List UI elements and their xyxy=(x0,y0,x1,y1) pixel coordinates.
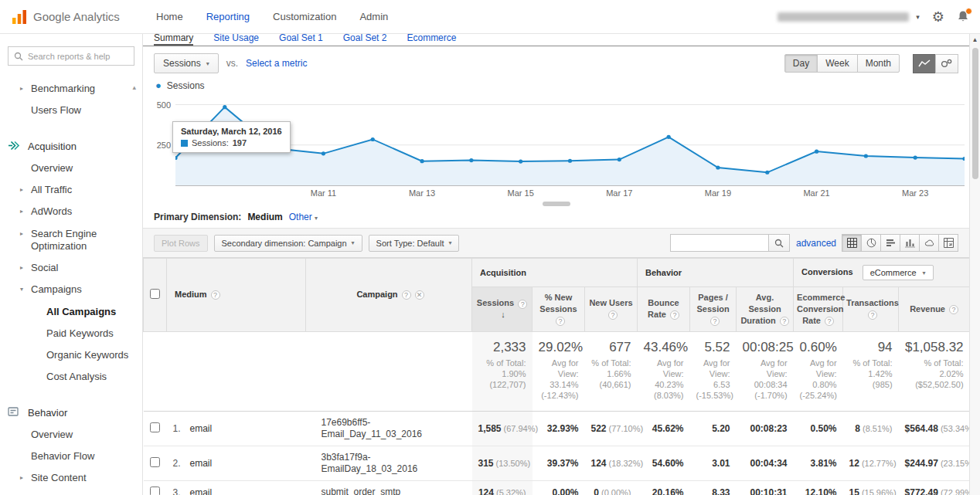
tab-goal-set-2[interactable]: Goal Set 2 xyxy=(343,34,387,46)
advanced-search-link[interactable]: advanced xyxy=(796,238,836,249)
sidebar-item-label: Paid Keywords xyxy=(46,327,114,339)
column-header-pages-session[interactable]: Pages / Session? xyxy=(690,287,737,332)
help-icon[interactable]: ? xyxy=(608,310,618,320)
notifications-bell-icon[interactable] xyxy=(957,10,969,23)
select-metric-link[interactable]: Select a metric xyxy=(246,58,307,69)
row-checkbox[interactable] xyxy=(150,422,160,432)
scrollbar-up-arrow-icon[interactable]: ▲ xyxy=(972,36,978,43)
column-header-medium[interactable]: Medium? xyxy=(167,259,306,332)
sidebar-item-site-speed[interactable]: ▸Site Speed xyxy=(0,490,142,495)
conversions-type-select[interactable]: eCommerce▾ xyxy=(863,265,934,280)
totals-value: 43.46% xyxy=(644,340,684,355)
table-search-button[interactable] xyxy=(769,234,790,252)
vertical-scrollbar[interactable]: ▲ xyxy=(969,34,980,495)
tab-ecommerce[interactable]: Ecommerce xyxy=(407,34,456,46)
scrollbar-thumb[interactable] xyxy=(972,48,978,179)
help-icon[interactable]: ? xyxy=(868,310,877,320)
sidebar-section-acquisition[interactable]: Acquisition xyxy=(0,136,142,158)
totals-cell: 2,333% of Total: 1.90% (122,707) xyxy=(472,331,533,411)
motion-chart-icon[interactable] xyxy=(935,54,958,73)
performance-view-icon[interactable] xyxy=(880,234,900,252)
nav-item-home[interactable]: Home xyxy=(156,11,183,22)
sidebar-item-benchmarking[interactable]: ▸Benchmarking xyxy=(0,78,142,100)
sidebar-item-cost-analysis[interactable]: Cost Analysis xyxy=(0,366,142,388)
sidebar-item-users-flow[interactable]: Users Flow xyxy=(0,100,142,121)
help-icon[interactable]: ? xyxy=(402,290,411,300)
table-search-input[interactable] xyxy=(670,234,769,252)
sidebar-item-adwords[interactable]: ▸AdWords xyxy=(0,201,142,222)
column-header-label: Revenue xyxy=(910,304,945,314)
nav-item-admin[interactable]: Admin xyxy=(359,11,388,22)
help-icon[interactable]: ? xyxy=(825,317,834,326)
column-header-new-sessions[interactable]: % New Sessions? xyxy=(533,287,585,332)
sidebar-item-behavior-flow[interactable]: Behavior Flow xyxy=(0,446,142,467)
account-switcher[interactable]: ▾ xyxy=(778,12,920,22)
help-icon[interactable]: ? xyxy=(780,317,789,326)
comparison-view-icon[interactable] xyxy=(900,234,920,252)
help-icon[interactable]: ? xyxy=(710,317,720,326)
secondary-dimension-button[interactable]: Secondary dimension: Campaign ▾ xyxy=(214,235,362,252)
metric-value: 12 xyxy=(849,458,859,469)
column-header-bounce-rate[interactable]: Bounce Rate? xyxy=(638,287,690,332)
app-brand[interactable]: Google Analytics xyxy=(11,8,144,25)
acquisition-icon xyxy=(8,140,19,151)
tab-goal-set-1[interactable]: Goal Set 1 xyxy=(279,34,323,46)
column-header-transactions[interactable]: Transactions? xyxy=(843,287,899,332)
help-icon[interactable]: ? xyxy=(518,300,527,309)
column-header-avg-session-duration[interactable]: Avg. Session Duration? xyxy=(737,287,794,332)
x-axis-tick-label: Mar 21 xyxy=(803,188,829,198)
sidebar-item-campaigns[interactable]: ▾Campaigns xyxy=(0,279,142,300)
sidebar-item-overview[interactable]: Overview xyxy=(0,158,142,179)
metric-cell: $772.49(72.99%) xyxy=(899,480,969,495)
row-checkbox[interactable] xyxy=(150,457,160,467)
search-reports-input[interactable] xyxy=(28,52,128,61)
primary-dimension-other[interactable]: Other ▾ xyxy=(289,212,318,222)
metric-percent: (67.94%) xyxy=(504,424,539,433)
granularity-week-button[interactable]: Week xyxy=(817,54,857,73)
data-table-view-icon[interactable] xyxy=(842,234,862,252)
tab-summary[interactable]: Summary xyxy=(154,34,193,46)
column-header-new-users[interactable]: New Users? xyxy=(585,287,638,332)
nav-item-reporting[interactable]: Reporting xyxy=(206,11,250,22)
sidebar-item-paid-keywords[interactable]: Paid Keywords xyxy=(0,323,142,344)
granularity-day-button[interactable]: Day xyxy=(784,54,818,73)
sidebar-item-social[interactable]: ▸Social xyxy=(0,257,142,279)
sort-type-button[interactable]: Sort Type: Default ▾ xyxy=(369,235,460,252)
sidebar-item-search-engine-optimization[interactable]: ▸Search Engine Optimization xyxy=(0,223,142,258)
nav-item-customization[interactable]: Customization xyxy=(273,11,336,22)
column-header-revenue[interactable]: Revenue? xyxy=(899,287,969,332)
gear-icon[interactable]: ⚙ xyxy=(932,8,944,25)
chart-plot-area[interactable]: Saturday, March 12, 2016 Sessions: 197 xyxy=(175,95,965,186)
help-icon[interactable]: ? xyxy=(670,310,679,320)
chart-x-axis: Mar 11Mar 13Mar 15Mar 17Mar 19Mar 21Mar … xyxy=(175,188,965,200)
plot-rows-button[interactable]: Plot Rows xyxy=(154,235,208,252)
line-chart-icon[interactable] xyxy=(913,54,936,73)
metric-cell: 5.20 xyxy=(690,411,737,446)
sidebar-item-all-campaigns[interactable]: All Campaigns xyxy=(0,301,142,323)
horizontal-scrollbar-thumb[interactable] xyxy=(543,202,570,206)
term-cloud-view-icon[interactable] xyxy=(919,234,939,252)
sidebar-item-overview[interactable]: Overview xyxy=(0,424,142,446)
sidebar-section-behavior[interactable]: Behavior xyxy=(0,402,142,424)
help-icon[interactable]: ? xyxy=(556,317,565,326)
table-toolbar: Plot Rows Secondary dimension: Campaign … xyxy=(143,228,969,258)
sidebar-item-all-traffic[interactable]: ▸All Traffic xyxy=(0,179,142,201)
sidebar-item-site-content[interactable]: ▸Site Content xyxy=(0,467,142,489)
column-header-sessions[interactable]: Sessions?↓ xyxy=(472,287,533,332)
row-checkbox[interactable] xyxy=(150,487,160,495)
metric-selector-button[interactable]: Sessions ▾ xyxy=(154,53,219,73)
primary-dimension-row: Primary Dimension: Medium Other ▾ xyxy=(143,209,969,228)
percentage-view-icon[interactable] xyxy=(861,234,881,252)
granularity-month-button[interactable]: Month xyxy=(857,54,900,73)
help-icon[interactable]: ? xyxy=(211,290,220,300)
column-header-label: Pages / Session xyxy=(696,293,729,314)
help-icon[interactable]: ? xyxy=(949,305,958,314)
tab-site-usage[interactable]: Site Usage xyxy=(213,34,259,46)
sidebar-item-organic-keywords[interactable]: Organic Keywords xyxy=(0,344,142,366)
remove-secondary-dimension-icon[interactable]: ✕ xyxy=(415,290,424,300)
primary-dimension-medium[interactable]: Medium xyxy=(247,212,282,222)
select-all-checkbox[interactable] xyxy=(150,289,160,299)
column-header-ecommerce-conversion-rate[interactable]: Ecommerce Conversion Rate? xyxy=(794,287,843,332)
column-header-campaign[interactable]: Campaign?✕ xyxy=(306,259,472,332)
pivot-view-icon[interactable] xyxy=(938,234,958,252)
